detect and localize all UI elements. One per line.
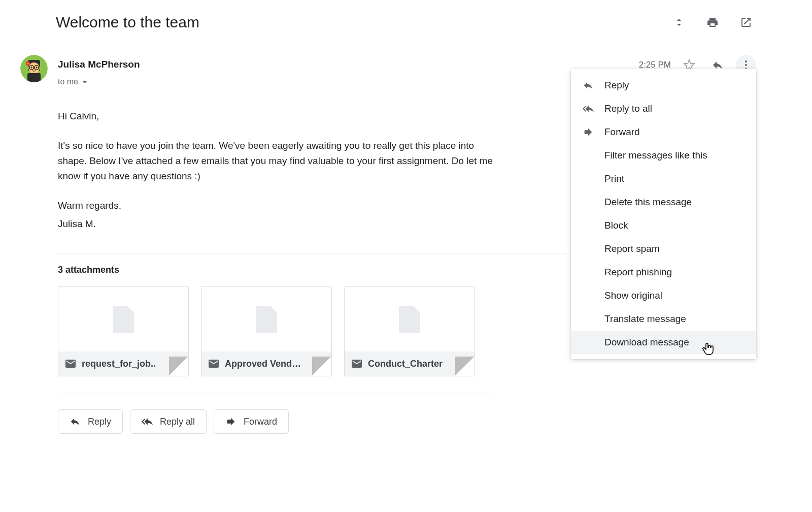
svg-point-7 bbox=[36, 67, 38, 69]
body-paragraph: It's so nice to have you join the team. … bbox=[58, 138, 499, 184]
menu-delete[interactable]: Delete this message bbox=[571, 190, 756, 214]
reply-button[interactable]: Reply bbox=[58, 409, 123, 434]
email-subject: Welcome to the team bbox=[56, 14, 199, 31]
print-icon[interactable] bbox=[702, 12, 723, 33]
mail-icon bbox=[208, 358, 220, 370]
body-greeting: Hi Calvin, bbox=[58, 109, 499, 124]
menu-label: Reply bbox=[604, 80, 629, 91]
menu-label: Translate message bbox=[604, 313, 686, 325]
svg-point-2 bbox=[28, 62, 40, 74]
menu-label: Forward bbox=[604, 126, 640, 138]
attachment-name: Conduct_Charter bbox=[368, 359, 443, 369]
mail-icon bbox=[64, 358, 77, 370]
file-icon bbox=[399, 306, 420, 333]
menu-print[interactable]: Print bbox=[571, 167, 756, 190]
menu-block[interactable]: Block bbox=[571, 214, 756, 237]
sender-name: Julisa McPherson bbox=[58, 59, 140, 70]
divider bbox=[58, 393, 494, 393]
header-actions bbox=[669, 12, 756, 33]
attachment-name: Approved Vend… bbox=[225, 359, 301, 369]
reply-icon bbox=[583, 80, 594, 91]
menu-forward[interactable]: Forward bbox=[571, 120, 756, 144]
forward-icon bbox=[225, 416, 236, 427]
chevron-down-icon bbox=[82, 81, 87, 83]
dogear-icon bbox=[455, 357, 475, 376]
open-new-window-icon[interactable] bbox=[736, 12, 756, 33]
attachment-card[interactable]: Approved Vend… bbox=[201, 286, 332, 376]
reply-all-icon bbox=[583, 103, 594, 114]
reply-label: Reply bbox=[88, 417, 111, 427]
sender-avatar[interactable] bbox=[20, 55, 48, 82]
menu-filter[interactable]: Filter messages like this bbox=[571, 144, 756, 167]
dogear-icon bbox=[169, 357, 188, 376]
svg-point-11 bbox=[745, 60, 747, 62]
menu-label: Reply to all bbox=[604, 103, 652, 114]
reply-all-button[interactable]: Reply all bbox=[130, 409, 207, 434]
menu-label: Report phishing bbox=[604, 267, 672, 278]
menu-download[interactable]: Download message bbox=[571, 331, 756, 354]
attachment-name: request_for_job.. bbox=[82, 359, 156, 369]
menu-label: Delete this message bbox=[604, 197, 692, 208]
body-signoff2: Julisa M. bbox=[58, 216, 499, 232]
message-actions-menu: Reply Reply to all Forward Filter messag… bbox=[571, 69, 756, 359]
file-icon bbox=[113, 306, 134, 333]
menu-label: Print bbox=[604, 173, 624, 184]
mail-icon bbox=[351, 358, 363, 370]
footer-actions: Reply Reply all Forward bbox=[58, 409, 756, 434]
email-body: Hi Calvin, It's so nice to have you join… bbox=[58, 109, 499, 232]
svg-rect-8 bbox=[27, 73, 41, 82]
file-icon bbox=[256, 306, 277, 333]
reply-all-label: Reply all bbox=[160, 417, 195, 427]
menu-show-original[interactable]: Show original bbox=[571, 284, 756, 307]
svg-point-6 bbox=[31, 67, 32, 69]
menu-reply[interactable]: Reply bbox=[571, 74, 756, 97]
menu-label: Download message bbox=[604, 337, 689, 348]
menu-label: Block bbox=[604, 220, 628, 231]
attachment-card[interactable]: Conduct_Charter bbox=[344, 286, 475, 376]
attachment-card[interactable]: request_for_job.. bbox=[58, 286, 189, 376]
reply-all-icon bbox=[142, 416, 153, 427]
forward-label: Forward bbox=[244, 417, 277, 427]
menu-label: Show original bbox=[604, 290, 662, 301]
menu-reply-all[interactable]: Reply to all bbox=[571, 97, 756, 120]
body-signoff1: Warm regards, bbox=[58, 198, 499, 213]
dogear-icon bbox=[312, 357, 331, 376]
email-header: Welcome to the team bbox=[56, 12, 756, 33]
menu-report-spam[interactable]: Report spam bbox=[571, 237, 756, 261]
forward-button[interactable]: Forward bbox=[214, 409, 289, 434]
svg-point-12 bbox=[745, 64, 747, 66]
forward-icon bbox=[583, 126, 594, 138]
to-label: to me bbox=[58, 77, 78, 86]
expand-collapse-icon[interactable] bbox=[669, 12, 689, 33]
menu-label: Report spam bbox=[604, 243, 660, 254]
reply-icon bbox=[70, 416, 81, 427]
menu-label: Filter messages like this bbox=[604, 150, 707, 161]
menu-report-phishing[interactable]: Report phishing bbox=[571, 261, 756, 284]
menu-translate[interactable]: Translate message bbox=[571, 307, 756, 331]
svg-point-10 bbox=[27, 63, 29, 65]
